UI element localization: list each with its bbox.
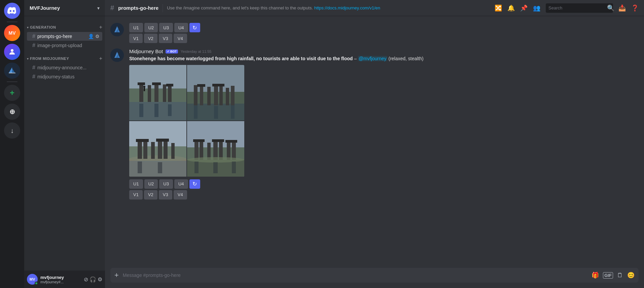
topic-link[interactable]: https://docs.midjourney.com/v1/en <box>314 5 380 10</box>
stonehenge-image-2[interactable] <box>187 65 244 120</box>
v1-button-bottom[interactable]: V1 <box>129 190 143 200</box>
mute-icon[interactable]: ⊘ <box>84 276 88 283</box>
previous-message-content: U1 U2 U3 U4 ↻ V1 V2 V3 V4 <box>129 23 639 44</box>
svg-rect-30 <box>226 88 229 105</box>
svg-rect-60 <box>227 142 230 160</box>
channel-header-hash-icon: # <box>110 4 114 12</box>
explore-button[interactable]: ⊕ <box>4 104 20 120</box>
svg-rect-62 <box>225 140 237 143</box>
message-header: Midjourney Bot ✓ BOT Yesterday at 11:55 <box>129 48 639 54</box>
server-icon-sail[interactable] <box>4 63 20 79</box>
svg-rect-24 <box>200 86 203 105</box>
pin-icon[interactable]: 📌 <box>520 4 528 12</box>
v3-button-bottom[interactable]: V3 <box>159 190 172 200</box>
gif-icon[interactable]: GIF <box>603 272 613 279</box>
u1-button-top[interactable]: U1 <box>129 23 143 32</box>
notification-bell-icon[interactable]: 🔔 <box>507 4 515 12</box>
message-input[interactable] <box>123 269 587 281</box>
v2-button-top[interactable]: V2 <box>144 34 157 43</box>
server-title: MVFJourney <box>30 5 60 11</box>
svg-rect-40 <box>143 140 147 159</box>
input-icons: 🎁 GIF 🗒 😊 <box>592 272 635 279</box>
u2-button-top[interactable]: U2 <box>144 23 158 32</box>
u4-button-top[interactable]: U4 <box>174 23 188 32</box>
inbox-icon[interactable]: 📥 <box>618 4 626 12</box>
user-tag: mvfjourney#... <box>40 280 81 284</box>
u3-button-bottom[interactable]: U3 <box>159 179 173 189</box>
u4-button-bottom[interactable]: U4 <box>174 179 188 189</box>
svg-rect-23 <box>194 85 198 105</box>
stonehenge-image-3[interactable] <box>129 121 186 177</box>
sticker-icon[interactable]: 🗒 <box>617 272 623 279</box>
message-timestamp: Yesterday at 11:55 <box>181 49 211 53</box>
channel-item-status[interactable]: # midjourney-status <box>27 72 102 81</box>
help-icon[interactable]: ❓ <box>631 4 639 12</box>
server-name-header[interactable]: MVFJourney ▾ <box>24 0 105 16</box>
hash-icon-4: # <box>32 74 35 80</box>
svg-point-15 <box>143 86 145 88</box>
header-icons: 🔀 🔔 📌 👥 🔍 📥 ❓ <box>495 3 639 13</box>
stonehenge-image-1[interactable] <box>129 65 186 120</box>
v4-button-top[interactable]: V4 <box>174 34 187 43</box>
u2-button-bottom[interactable]: U2 <box>144 179 158 189</box>
message-group-previous: U1 U2 U3 U4 ↻ V1 V2 V3 V4 <box>105 22 644 46</box>
channel-item-announcements[interactable]: # midjourney-announce... <box>27 63 102 72</box>
chevron-down-icon: ▾ <box>97 5 100 11</box>
members-icon[interactable]: 👥 <box>533 4 540 12</box>
category-from-midjourney[interactable]: ▾ FROM MIDJOURNEY + <box>24 50 105 63</box>
channel-name-image: image-prompt-upload <box>37 43 82 48</box>
settings-icon[interactable]: ⚙ <box>95 34 100 39</box>
message-params: (relaxed, stealth) <box>388 56 423 61</box>
search-bar[interactable]: 🔍 <box>546 3 613 13</box>
search-input[interactable] <box>548 5 605 10</box>
category-arrow-midjourney: ▾ <box>27 57 29 61</box>
hash-threads-icon[interactable]: 🔀 <box>495 4 502 12</box>
category-label-midjourney: FROM MIDJOURNEY <box>30 57 69 61</box>
add-channel-button-2[interactable]: + <box>99 56 102 62</box>
stonehenge-image-grid[interactable] <box>129 65 244 177</box>
svg-rect-53 <box>194 141 199 160</box>
emoji-icon[interactable]: 😊 <box>627 272 635 279</box>
messages-area: U1 U2 U3 U4 ↻ V1 V2 V3 V4 <box>105 16 644 268</box>
stonehenge-image-4[interactable] <box>187 121 244 177</box>
download-button[interactable]: ↓ <box>4 122 20 139</box>
mention-tag: @mvfjourney <box>358 56 387 61</box>
v4-button-bottom[interactable]: V4 <box>174 190 187 200</box>
add-member-icon[interactable]: 👤 <box>88 34 94 39</box>
refresh-button-top[interactable]: ↻ <box>189 23 200 32</box>
svg-rect-58 <box>219 140 223 160</box>
svg-rect-61 <box>232 141 236 160</box>
svg-rect-34 <box>231 105 235 119</box>
server-sidebar: MV + ⊕ ↓ <box>0 0 24 288</box>
svg-rect-33 <box>214 106 218 119</box>
discord-home-button[interactable] <box>4 3 20 19</box>
username: mvfjourney <box>40 275 81 280</box>
checkmark-icon: ✓ <box>167 50 170 53</box>
refresh-button-bottom[interactable]: ↻ <box>189 179 200 189</box>
add-attachment-button[interactable]: + <box>114 271 119 280</box>
v1-button-top[interactable]: V1 <box>129 34 143 43</box>
add-channel-button[interactable]: + <box>99 24 102 30</box>
server-divider-2 <box>7 81 17 82</box>
stonehenge-img1-svg <box>129 65 186 120</box>
channel-topic: Use the /imagine command here, and let's… <box>167 5 491 10</box>
server-icon-purple[interactable] <box>4 44 20 60</box>
channel-item-prompts-go-here[interactable]: # prompts-go-here 👤 ⚙ <box>27 32 102 41</box>
category-generation[interactable]: ▾ GENERATION + <box>24 19 105 32</box>
channel-item-image-prompt-upload[interactable]: # image-prompt-upload <box>27 41 102 50</box>
deafen-icon[interactable]: 🎧 <box>90 276 96 283</box>
svg-rect-14 <box>166 84 173 86</box>
svg-rect-13 <box>168 85 172 102</box>
u3-button-top[interactable]: U3 <box>159 23 173 32</box>
svg-rect-17 <box>139 104 143 117</box>
add-server-button[interactable]: + <box>4 85 20 101</box>
v2-button-bottom[interactable]: V2 <box>144 190 157 200</box>
hash-icon: # <box>32 33 35 39</box>
v3-button-top[interactable]: V3 <box>159 34 172 43</box>
stonehenge-img2-svg <box>187 65 244 120</box>
u1-button-bottom[interactable]: U1 <box>129 179 143 189</box>
server-icon-mvfjourney[interactable]: MV <box>4 25 20 41</box>
gift-icon[interactable]: 🎁 <box>592 272 599 279</box>
svg-rect-55 <box>193 139 205 142</box>
user-settings-icon[interactable]: ⚙ <box>98 276 102 283</box>
